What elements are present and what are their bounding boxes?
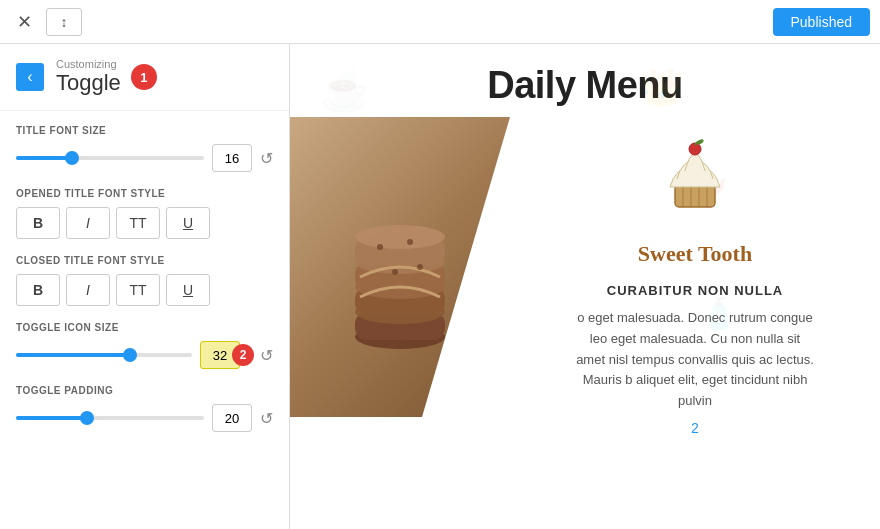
title-font-size-reset[interactable]: ↺ [260, 149, 273, 168]
back-button[interactable]: ‹ [16, 63, 44, 91]
toggle-icon-size-row: 32 2 ↺ [16, 341, 273, 369]
toggle-padding-slider[interactable] [16, 416, 204, 420]
customizing-info: Customizing Toggle [56, 58, 121, 96]
svg-point-18 [417, 264, 423, 270]
section-heading: CURABITUR NON NULLA [607, 283, 783, 298]
slider-fill-3 [16, 416, 87, 420]
toggle-padding-reset[interactable]: ↺ [260, 409, 273, 428]
toggle-padding-label: TOGGLE PADDING [16, 385, 273, 396]
badge-2: 2 [232, 344, 254, 366]
preview-right: Sweet Tooth CURABITUR NON NULLA o eget m… [510, 117, 880, 529]
controls-panel: TITLE FONT SIZE 16 ↺ OPENED TITLE FONT S… [0, 111, 289, 462]
closed-tt-button[interactable]: TT [116, 274, 160, 306]
toggle-icon-size-label: TOGGLE ICON SIZE [16, 322, 273, 333]
cupcake-icon [655, 137, 735, 233]
badge-1: 1 [131, 64, 157, 90]
section-text: o eget malesuada. Donec rutrum congue le… [575, 308, 815, 412]
preview-area: ☕ 👑 🍴 🫖 🥄 🧴 Daily Menu [290, 44, 880, 529]
sidebar: ‹ Customizing Toggle 1 TITLE FONT SIZE 1… [0, 44, 290, 529]
preview-title: Daily Menu [447, 44, 723, 117]
title-font-size-value[interactable]: 16 [212, 144, 252, 172]
slider-thumb-2[interactable] [123, 348, 137, 362]
opened-underline-button[interactable]: U [166, 207, 210, 239]
top-bar: ✕ ↕ Published [0, 0, 880, 44]
toggle-padding-value[interactable]: 20 [212, 404, 252, 432]
svg-point-17 [392, 269, 398, 275]
customizing-label: Customizing [56, 58, 121, 70]
opened-font-style-row: B I TT U [16, 207, 273, 239]
main-content: ‹ Customizing Toggle 1 TITLE FONT SIZE 1… [0, 44, 880, 529]
close-button[interactable]: ✕ [10, 8, 38, 36]
title-font-size-row: 16 ↺ [16, 144, 273, 172]
svg-rect-19 [675, 185, 715, 207]
food-image [290, 117, 510, 417]
closed-bold-button[interactable]: B [16, 274, 60, 306]
opened-tt-button[interactable]: TT [116, 207, 160, 239]
slider-thumb-3[interactable] [80, 411, 94, 425]
title-font-size-group: TITLE FONT SIZE 16 ↺ [16, 125, 273, 172]
toggle-icon-size-group: TOGGLE ICON SIZE 32 2 ↺ [16, 322, 273, 369]
preview-body: Sweet Tooth CURABITUR NON NULLA o eget m… [290, 117, 880, 529]
sidebar-header: ‹ Customizing Toggle 1 [0, 44, 289, 111]
slider-thumb[interactable] [65, 151, 79, 165]
closed-font-style-group: CLOSED TITLE FONT STYLE B I TT U [16, 255, 273, 306]
opened-font-style-group: OPENED TITLE FONT STYLE B I TT U [16, 188, 273, 239]
toggle-title: Toggle [56, 70, 121, 95]
closed-font-style-row: B I TT U [16, 274, 273, 306]
top-bar-left: ✕ ↕ [10, 8, 82, 36]
toggle-icon-size-slider[interactable] [16, 353, 192, 357]
toggle-icon-size-reset[interactable]: ↺ [260, 346, 273, 365]
preview-image-area [290, 117, 510, 529]
title-font-size-slider[interactable] [16, 156, 204, 160]
closed-underline-button[interactable]: U [166, 274, 210, 306]
svg-text:☕: ☕ [320, 66, 370, 114]
closed-font-style-label: CLOSED TITLE FONT STYLE [16, 255, 273, 266]
opened-bold-button[interactable]: B [16, 207, 60, 239]
slider-fill-2 [16, 353, 130, 357]
sweet-tooth-label: Sweet Tooth [638, 241, 752, 267]
opened-italic-button[interactable]: I [66, 207, 110, 239]
toggle-padding-group: TOGGLE PADDING 20 ↺ [16, 385, 273, 432]
page-number: 2 [691, 420, 699, 436]
sort-button[interactable]: ↕ [46, 8, 82, 36]
slider-fill [16, 156, 72, 160]
closed-italic-button[interactable]: I [66, 274, 110, 306]
published-button[interactable]: Published [773, 8, 871, 36]
svg-point-15 [377, 244, 383, 250]
svg-point-16 [407, 239, 413, 245]
toggle-padding-row: 20 ↺ [16, 404, 273, 432]
title-font-size-label: TITLE FONT SIZE [16, 125, 273, 136]
svg-point-14 [355, 225, 445, 249]
opened-font-style-label: OPENED TITLE FONT STYLE [16, 188, 273, 199]
